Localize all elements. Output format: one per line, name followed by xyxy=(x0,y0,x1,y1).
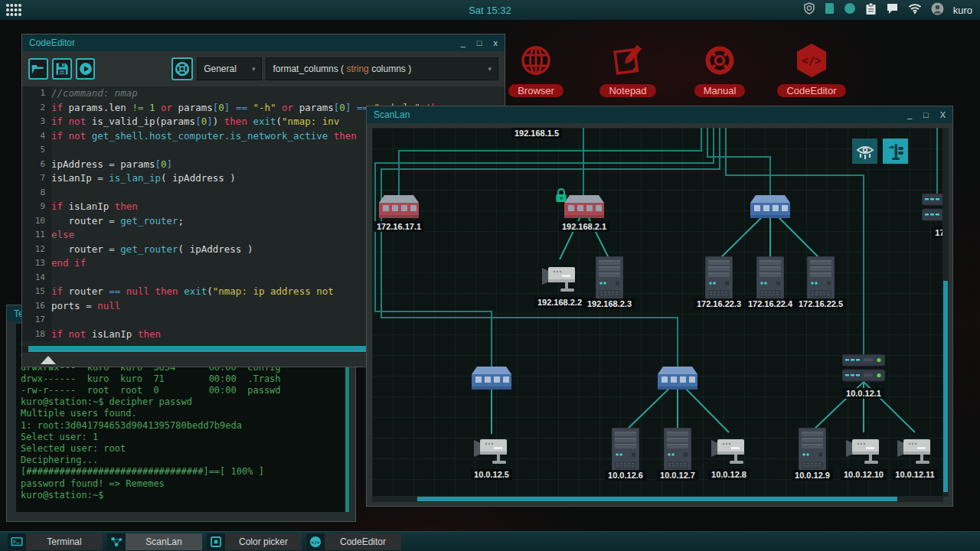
map-vscrollbar[interactable] xyxy=(942,128,949,497)
device-ip-label: 172.16.17.1 xyxy=(374,221,424,232)
taskbar-item-label: Color picker xyxy=(225,533,302,550)
device-10.0.12.5[interactable] xyxy=(474,431,509,465)
device-10.0.12.9[interactable] xyxy=(799,428,826,472)
open-file-button[interactable] xyxy=(28,58,48,80)
scanlan-window: ScanLan _ □ X 192.168.1.5172.16.17.1192.… xyxy=(366,106,953,507)
probe-bot-button[interactable] xyxy=(852,139,877,164)
terminal-line: [################################]==[ 10… xyxy=(21,466,345,478)
square-indicator-icon[interactable] xyxy=(825,2,835,18)
taskbar-item-color-picker[interactable]: Color picker xyxy=(207,533,302,550)
desktop-icon-label: Notepad xyxy=(599,84,655,97)
circle-indicator-icon[interactable] xyxy=(844,2,856,18)
terminal-line: Multiple users found. xyxy=(21,408,345,419)
device-ip-label: 10.0.12.9 xyxy=(792,470,833,481)
device-switch-blue[interactable] xyxy=(472,367,511,390)
device-ip-label: 10.0.12.6 xyxy=(605,470,646,481)
device-switch-blue[interactable] xyxy=(658,367,697,390)
desktop-icon-browser[interactable]: Browser xyxy=(494,40,578,97)
terminal-line: Selected user: root xyxy=(21,443,345,455)
scanlan-titlebar[interactable]: ScanLan _ □ X xyxy=(367,106,952,123)
terminal-sm-icon xyxy=(8,533,26,550)
device-ip-label: 10.0.12.11 xyxy=(892,469,937,480)
code-editor-title: CodeEditor xyxy=(29,37,75,48)
scanlan-title: ScanLan xyxy=(374,109,410,120)
terminal-line: drwx------ kuro kuro 71 00:00 .Trash xyxy=(21,373,345,385)
code-editor-toolbar: General ▾ format_columns ( string column… xyxy=(22,51,505,86)
expand-up-arrow[interactable] xyxy=(41,356,56,364)
ring-icon xyxy=(698,40,741,83)
device-ip-label: 172.16.22.3 xyxy=(694,298,744,309)
globe-icon xyxy=(514,40,557,83)
map-hscrollbar[interactable] xyxy=(372,496,943,502)
device-ip-label: 172.16.22.4 xyxy=(745,298,795,309)
terminal-line: kuro@station:~$ xyxy=(21,490,345,501)
maximize-button[interactable]: □ xyxy=(477,34,482,51)
notepad-icon xyxy=(606,40,649,83)
code-line: 1//command: nmap xyxy=(22,86,505,101)
taskbar-item-codeeditor[interactable]: CodeEditor xyxy=(306,533,401,550)
desktop-icon-label: CodeEditor xyxy=(777,84,845,97)
device-ip-label: 10.0.12.10 xyxy=(841,469,887,480)
desktop-icon-codeeditor[interactable]: CodeEditor xyxy=(769,40,854,97)
taskbar-item-label: CodeEditor xyxy=(325,533,401,550)
category-select[interactable]: General ▾ xyxy=(197,57,262,80)
close-button[interactable]: X xyxy=(940,106,946,123)
function-signature: format_columns ( string columns ) xyxy=(273,64,411,74)
device-10.0.12.8[interactable] xyxy=(711,431,746,465)
username[interactable]: kuro xyxy=(953,5,972,16)
device-172.16.22.3[interactable] xyxy=(705,256,733,301)
device-192.168.2.3[interactable] xyxy=(596,256,623,301)
device-10.0.12.7[interactable] xyxy=(664,428,691,472)
network-tree-button[interactable] xyxy=(883,139,908,164)
shield-icon[interactable] xyxy=(803,2,815,18)
maximize-button[interactable]: □ xyxy=(923,106,929,123)
device-172.16.22.5[interactable] xyxy=(807,256,835,301)
device-ip-label: 10.0.12.7 xyxy=(657,470,698,481)
category-value: General xyxy=(204,64,237,74)
taskbar-item-terminal[interactable]: Terminal xyxy=(8,533,103,550)
terminal-line: Deciphering... xyxy=(21,455,345,466)
device-172.16.22.4[interactable] xyxy=(756,256,784,301)
device-10.0.12.11[interactable] xyxy=(897,431,933,465)
device-ip-label: 172.16.22.5 xyxy=(795,298,846,309)
chat-icon[interactable] xyxy=(886,2,899,18)
taskbar-item-scanlan[interactable]: ScanLan xyxy=(107,533,202,550)
desktop-icon-notepad[interactable]: Notepad xyxy=(586,40,670,97)
terminal-line: 1: root:3d041794653d9041395780bedd7b9eda xyxy=(21,420,345,432)
device-ip-label: 10.0.12.1 xyxy=(843,388,884,399)
avatar[interactable] xyxy=(931,2,944,18)
device-10.0.12.6[interactable] xyxy=(612,428,639,472)
save-file-button[interactable] xyxy=(52,58,72,80)
terminal-line: password found! => Rememes xyxy=(21,478,345,490)
device-10.0.12.1[interactable] xyxy=(842,354,885,382)
code-editor-titlebar[interactable]: CodeEditor _ □ x xyxy=(22,34,505,51)
function-select[interactable]: format_columns ( string columns ) ▾ xyxy=(266,57,498,80)
top-bar: Sat 15:32 kuro xyxy=(0,0,980,21)
taskbar-item-label: ScanLan xyxy=(126,533,202,550)
device-ip-label: 10.0.12.5 xyxy=(471,469,512,480)
minimize-button[interactable]: _ xyxy=(461,34,466,51)
device-192.168.2.2[interactable] xyxy=(542,259,577,292)
network-map[interactable]: 192.168.1.5172.16.17.1192.168.2.1172.192… xyxy=(372,128,943,497)
device-172.16.17.1[interactable] xyxy=(379,195,419,218)
terminal-line: kuro@station:~$ decipher passwd xyxy=(21,396,345,408)
device-172.[interactable] xyxy=(922,194,943,221)
device-switch-blue[interactable] xyxy=(750,195,790,218)
manual-button[interactable] xyxy=(172,57,193,80)
desktop-icon-manual[interactable]: Manual xyxy=(678,40,762,97)
run-script-button[interactable] xyxy=(76,58,96,80)
device-10.0.12.10[interactable] xyxy=(846,431,881,465)
lock-icon xyxy=(555,187,567,203)
device-ip-label: 192.168.2.3 xyxy=(584,298,635,309)
close-button[interactable]: x xyxy=(494,34,498,51)
taskbar-item-label: Terminal xyxy=(26,533,103,550)
chevron-down-icon: ▾ xyxy=(482,65,492,73)
device-ip-label: 10.0.12.8 xyxy=(708,469,750,480)
minimize-button[interactable]: _ xyxy=(907,106,912,123)
device-ip-label: 172. xyxy=(932,227,943,238)
device-192.168.2.1[interactable] xyxy=(564,195,604,218)
wifi-icon[interactable] xyxy=(908,3,922,17)
device-ip-label: 192.168.1.5 xyxy=(511,128,562,139)
clipboard-icon[interactable] xyxy=(865,2,877,18)
hexcode-icon xyxy=(790,40,833,83)
